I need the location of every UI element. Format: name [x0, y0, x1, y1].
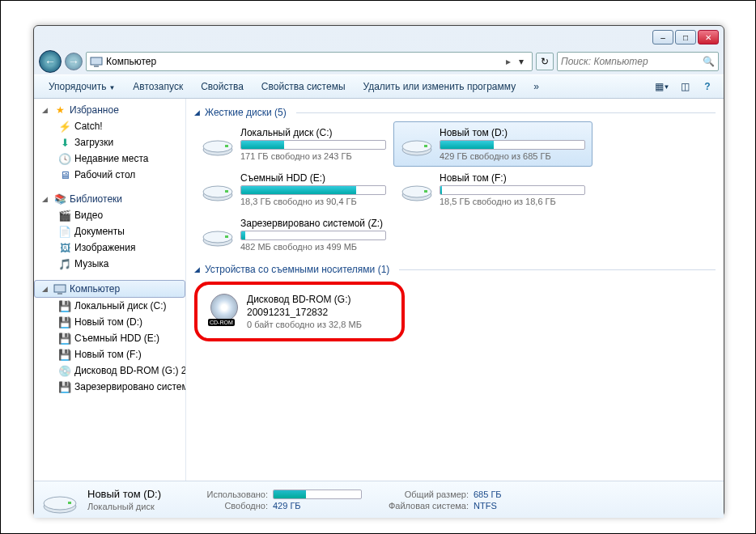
divider	[296, 112, 716, 113]
uninstall-button[interactable]: Удалить или изменить программу	[355, 78, 525, 95]
favorites-header[interactable]: ◢ ★ Избранное	[34, 102, 185, 118]
item-label: Документы	[74, 226, 125, 237]
drive-free-text: 18,5 ГБ свободно из 18,6 ГБ	[440, 197, 585, 206]
capacity-bar	[440, 185, 585, 195]
maximize-button[interactable]: □	[675, 30, 696, 44]
drive-bdrom[interactable]: CD-ROM Дисковод BD-ROM (G:) 20091231_172…	[201, 288, 398, 335]
free-label: Свободно:	[187, 501, 268, 511]
svg-rect-9	[424, 145, 427, 147]
item-icon: 💾	[58, 299, 71, 312]
hdd-icon	[401, 127, 433, 159]
used-bar	[273, 490, 362, 499]
view-icon[interactable]: ▦▼	[652, 78, 672, 95]
more-button[interactable]: »	[525, 78, 547, 95]
sidebar-comp-2[interactable]: 💾Съемный HDD (E:)	[34, 330, 185, 346]
drive-0[interactable]: Локальный диск (C:)171 ГБ свободно из 24…	[194, 121, 393, 167]
preview-pane-icon[interactable]: ◫	[675, 78, 694, 95]
sidebar-comp-0[interactable]: 💾Локальный диск (C:)	[34, 298, 185, 314]
fs-value: NTFS	[474, 501, 497, 511]
total-label: Общий размер:	[388, 490, 469, 499]
computer-icon	[90, 55, 103, 68]
search-icon: 🔍	[703, 56, 715, 67]
computer-header[interactable]: ◢ Компьютер	[34, 280, 185, 298]
item-icon: 💿	[58, 364, 71, 377]
sidebar-lib-3[interactable]: 🎵Музыка	[34, 256, 185, 272]
item-label: Зарезервировано систем	[74, 381, 185, 392]
removable-section-header[interactable]: ◢ Устройства со съемными носителями (1)	[194, 261, 716, 278]
star-icon: ★	[53, 104, 66, 117]
sidebar-comp-5[interactable]: 💾Зарезервировано систем	[34, 379, 185, 395]
hdd-section-header[interactable]: ◢ Жесткие диски (5)	[194, 104, 716, 121]
search-input[interactable]	[561, 56, 703, 67]
minimize-button[interactable]: –	[652, 30, 673, 44]
drive-free-text: 0 байт свободно из 32,8 МБ	[247, 320, 391, 329]
breadcrumb-separator[interactable]: ▸	[506, 56, 511, 67]
explorer-window: – □ ✕ ← → Компьютер ▸ ▾ ↻ 🔍 Упорядочить▼…	[33, 25, 724, 517]
help-icon[interactable]: ?	[698, 78, 717, 95]
refresh-button[interactable]: ↻	[536, 53, 554, 70]
item-icon: 🖥	[58, 168, 71, 181]
sidebar-lib-0[interactable]: 🎬Видео	[34, 207, 185, 223]
libraries-icon: 📚	[53, 193, 66, 206]
sidebar-comp-4[interactable]: 💿Дисковод BD-ROM (G:) 2	[34, 362, 185, 379]
toolbar: Упорядочить▼ Автозапуск Свойства Свойств…	[34, 74, 724, 99]
sidebar-lib-1[interactable]: 📄Документы	[34, 223, 185, 239]
close-button[interactable]: ✕	[698, 30, 719, 44]
sidebar-lib-2[interactable]: 🖼Изображения	[34, 239, 185, 256]
address-text: Компьютер	[106, 56, 503, 67]
drive-2[interactable]: Съемный HDD (E:)18,3 ГБ свободно из 90,4…	[194, 167, 393, 212]
address-dropdown[interactable]: ▾	[514, 56, 529, 67]
sidebar-fav-2[interactable]: 🕓Недавние места	[34, 150, 185, 167]
sidebar-fav-3[interactable]: 🖥Рабочий стол	[34, 167, 185, 183]
collapse-icon[interactable]: ◢	[194, 108, 200, 117]
address-box[interactable]: Компьютер ▸ ▾	[86, 52, 533, 71]
forward-button[interactable]: →	[65, 53, 83, 70]
sidebar-fav-1[interactable]: ⬇Загрузки	[34, 134, 185, 150]
computer-icon	[53, 282, 66, 295]
collapse-icon[interactable]: ◢	[42, 106, 50, 114]
highlight-annotation: CD-ROM Дисковод BD-ROM (G:) 20091231_172…	[194, 282, 405, 341]
libraries-header[interactable]: ◢ 📚 Библиотеки	[34, 191, 185, 207]
collapse-icon[interactable]: ◢	[42, 285, 50, 293]
item-label: Новый том (F:)	[74, 349, 142, 360]
drive-name: Дисковод BD-ROM (G:)	[247, 294, 391, 305]
svg-rect-1	[94, 66, 99, 67]
disc-icon: CD-ROM	[208, 294, 240, 326]
organize-button[interactable]: Упорядочить▼	[40, 78, 123, 95]
item-label: Съемный HDD (E:)	[74, 333, 159, 344]
free-value: 429 ГБ	[273, 501, 301, 511]
autoplay-button[interactable]: Автозапуск	[125, 78, 191, 95]
svg-rect-21	[68, 502, 71, 504]
item-icon: 💾	[58, 380, 71, 393]
properties-button[interactable]: Свойства	[193, 78, 252, 95]
libraries-group: ◢ 📚 Библиотеки 🎬Видео📄Документы🖼Изображе…	[34, 191, 185, 272]
item-label: Catch!	[74, 121, 103, 132]
system-properties-button[interactable]: Свойства системы	[253, 78, 354, 95]
item-label: Рабочий стол	[74, 169, 135, 180]
item-icon: 📄	[58, 225, 71, 238]
drive-4[interactable]: Зарезервировано системой (Z:)482 МБ своб…	[194, 212, 393, 257]
drive-name: Новый том (F:)	[440, 172, 585, 184]
drive-1[interactable]: Новый том (D:)429 ГБ свободно из 685 ГБ	[393, 121, 592, 167]
sidebar-comp-1[interactable]: 💾Новый том (D:)	[34, 314, 185, 330]
item-icon: 💾	[58, 348, 71, 361]
sidebar-fav-0[interactable]: ⚡Catch!	[34, 118, 185, 134]
sidebar: ◢ ★ Избранное ⚡Catch!⬇Загрузки🕓Недавние …	[34, 99, 186, 481]
content-area: ◢ Жесткие диски (5) Локальный диск (C:)1…	[186, 99, 724, 481]
titlebar: – □ ✕	[34, 26, 724, 49]
svg-rect-18	[225, 235, 228, 238]
item-label: Дисковод BD-ROM (G:) 2	[74, 365, 185, 376]
item-label: Видео	[74, 210, 103, 221]
back-button[interactable]: ←	[39, 50, 62, 73]
item-icon: 🕓	[58, 152, 71, 165]
search-box[interactable]: 🔍	[557, 52, 719, 71]
sidebar-comp-3[interactable]: 💾Новый том (F:)	[34, 346, 185, 362]
drive-3[interactable]: Новый том (F:)18,5 ГБ свободно из 18,6 Г…	[393, 167, 592, 212]
collapse-icon[interactable]: ◢	[194, 265, 200, 273]
capacity-bar	[240, 231, 386, 240]
status-title: Новый том (D:)	[87, 488, 161, 500]
collapse-icon[interactable]: ◢	[42, 195, 50, 203]
svg-rect-12	[225, 190, 228, 193]
item-label: Локальный диск (C:)	[74, 300, 167, 312]
fs-label: Файловая система:	[388, 501, 469, 511]
